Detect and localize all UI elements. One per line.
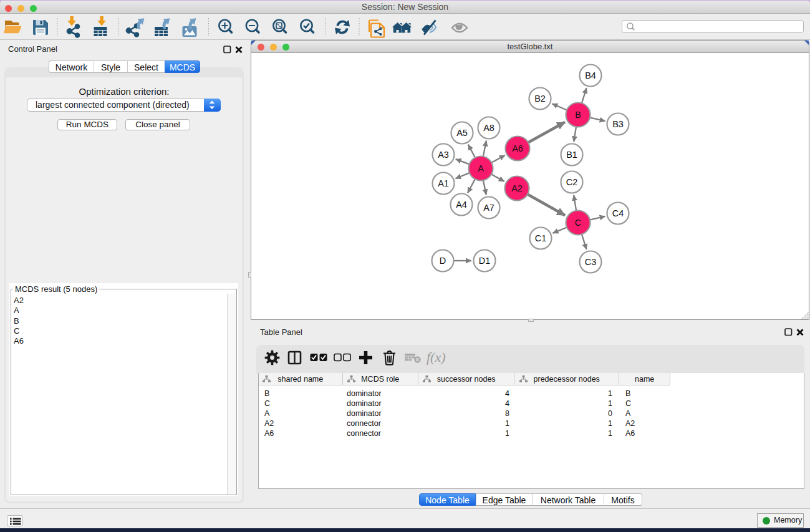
svg-text:C: C [575,218,581,228]
svg-text:C2: C2 [566,177,578,187]
svg-text:A7: A7 [483,203,494,213]
svg-text:A8: A8 [483,123,494,133]
svg-text:A: A [478,163,484,173]
svg-text:A5: A5 [456,128,468,138]
svg-text:D1: D1 [479,256,491,266]
svg-text:A1: A1 [438,178,449,188]
svg-text:B: B [575,110,581,120]
svg-text:A2: A2 [511,183,523,193]
svg-text:A6: A6 [512,143,523,153]
svg-text:B2: B2 [534,94,546,104]
svg-text:B3: B3 [612,119,624,129]
svg-text:B1: B1 [566,150,577,160]
svg-text:D: D [440,256,446,266]
svg-text:B4: B4 [585,70,596,80]
svg-text:C3: C3 [585,257,597,267]
svg-text:C1: C1 [535,233,547,243]
svg-text:C4: C4 [612,208,624,218]
svg-text:A4: A4 [456,200,467,210]
svg-text:A3: A3 [438,150,449,160]
